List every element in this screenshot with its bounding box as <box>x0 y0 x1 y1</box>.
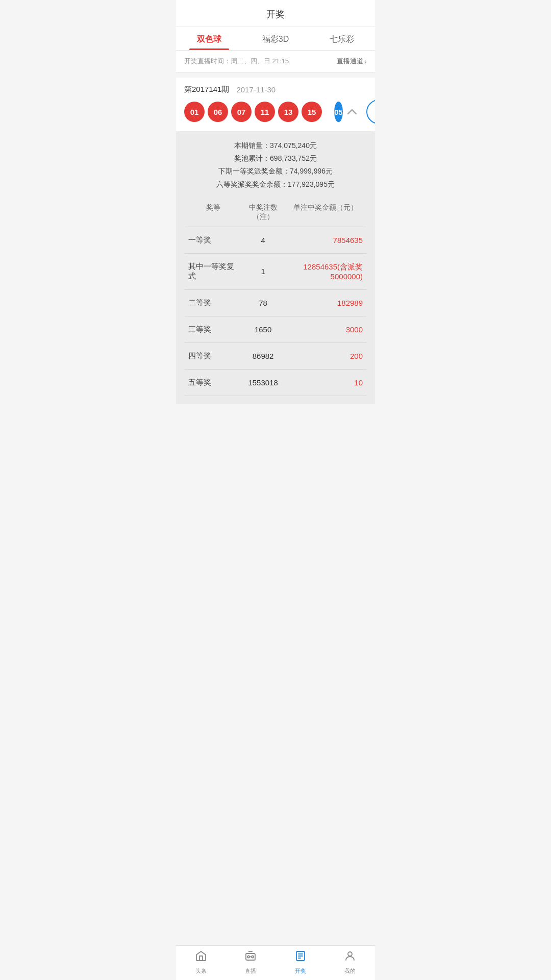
prize-rows: 一等奖 4 7854635 其中一等奖复式 1 12854635(含派奖5000… <box>184 227 367 396</box>
blue-ball: 05 <box>334 102 343 122</box>
prize-amount: 10 <box>288 378 367 387</box>
prize-table: 奖等 中奖注数（注） 单注中奖金额（元） 一等奖 4 7854635 其中一等奖… <box>184 198 367 396</box>
balls-row: 010607111315 05 <box>184 100 367 131</box>
table-row: 五等奖 1553018 10 <box>184 370 367 396</box>
red-ball: 07 <box>231 102 252 122</box>
tab-fucai3d[interactable]: 福彩3D <box>242 27 309 50</box>
period-info: 第2017141期 2017-11-30 <box>184 85 367 94</box>
prize-level: 二等奖 <box>184 298 238 308</box>
table-row: 其中一等奖复式 1 12854635(含派奖5000000) <box>184 254 367 290</box>
stats-block: 本期销量：374,075,240元 奖池累计：698,733,752元 下期一等… <box>184 139 367 191</box>
balls-controls <box>343 100 375 124</box>
stat-sixth-remain: 六等奖派奖奖金余额：177,923,095元 <box>184 178 367 191</box>
red-ball: 13 <box>278 102 298 122</box>
tab-bar: 双色球 福彩3D 七乐彩 <box>176 27 375 51</box>
prize-count: 86982 <box>238 352 288 360</box>
red-ball: 11 <box>255 102 275 122</box>
details-panel: 本期销量：374,075,240元 奖池累计：698,733,752元 下期一等… <box>176 131 375 404</box>
table-row: 二等奖 78 182989 <box>184 290 367 316</box>
prize-count: 1 <box>238 267 288 276</box>
red-ball: 06 <box>208 102 228 122</box>
prize-count: 1553018 <box>238 378 288 387</box>
prize-level: 一等奖 <box>184 235 238 245</box>
stat-pool: 奖池累计：698,733,752元 <box>184 152 367 165</box>
prize-count: 1650 <box>238 325 288 334</box>
red-ball: 01 <box>184 102 205 122</box>
broadcast-bar: 开奖直播时间：周二、四、日 21:15 直播通道 › <box>176 51 375 72</box>
red-balls-group: 010607111315 <box>184 102 322 122</box>
tab-qilecai[interactable]: 七乐彩 <box>309 27 375 50</box>
table-header: 奖等 中奖注数（注） 单注中奖金额（元） <box>184 198 367 227</box>
stat-next-first: 下期一等奖派奖金额：74,999,996元 <box>184 165 367 178</box>
page-header: 开奖 <box>176 0 375 27</box>
table-row: 三等奖 1650 3000 <box>184 316 367 343</box>
table-row: 一等奖 4 7854635 <box>184 227 367 254</box>
video-button[interactable] <box>366 100 375 124</box>
chevron-up-button[interactable] <box>343 103 361 121</box>
col-header-level: 奖等 <box>184 203 238 222</box>
period-section: 第2017141期 2017-11-30 010607111315 05 <box>176 78 375 131</box>
period-number: 第2017141期 <box>184 85 229 94</box>
page-title: 开奖 <box>266 9 285 19</box>
prize-count: 4 <box>238 236 288 244</box>
prize-amount: 12854635(含派奖5000000) <box>288 262 367 281</box>
prize-amount: 3000 <box>288 325 367 334</box>
table-row: 四等奖 86982 200 <box>184 343 367 370</box>
prize-amount: 7854635 <box>288 236 367 244</box>
col-header-count: 中奖注数（注） <box>238 203 288 222</box>
prize-level: 四等奖 <box>184 351 238 361</box>
prize-amount: 200 <box>288 352 367 360</box>
broadcast-time: 开奖直播时间：周二、四、日 21:15 <box>184 57 289 66</box>
broadcast-arrow-icon: › <box>364 57 367 65</box>
prize-count: 78 <box>238 299 288 307</box>
stat-sales: 本期销量：374,075,240元 <box>184 139 367 152</box>
red-ball: 15 <box>302 102 322 122</box>
col-header-amount: 单注中奖金额（元） <box>288 203 367 222</box>
tab-shuangseqiu[interactable]: 双色球 <box>176 27 242 50</box>
broadcast-link[interactable]: 直播通道 › <box>337 57 367 66</box>
prize-amount: 182989 <box>288 299 367 307</box>
prize-level: 五等奖 <box>184 378 238 387</box>
prize-level: 三等奖 <box>184 325 238 334</box>
prize-level: 其中一等奖复式 <box>184 262 238 281</box>
period-date: 2017-11-30 <box>236 85 276 94</box>
